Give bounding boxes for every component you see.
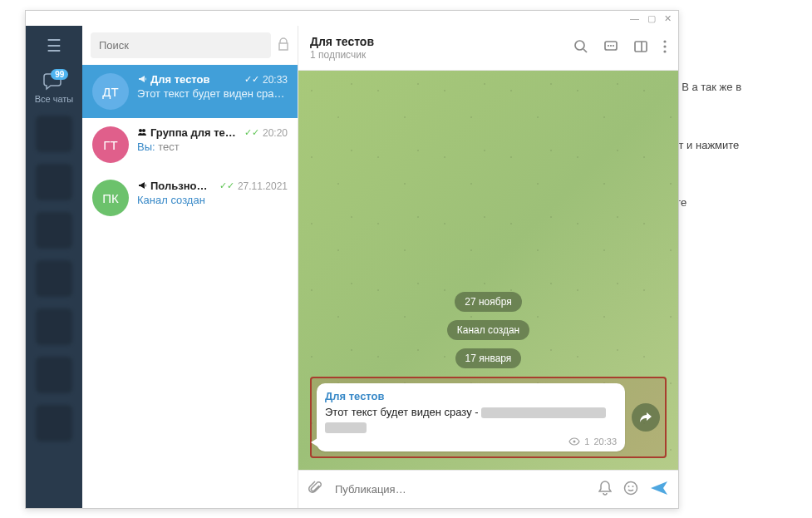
conversation-panel: Для тестов 1 подписчик 27 ноября Канал с… [298,26,678,508]
message-views: 1 [584,437,589,446]
emoji-icon[interactable] [623,481,638,499]
svg-point-1 [142,129,145,132]
window-titlebar: — ▢ ✕ [26,11,678,26]
attach-icon[interactable] [308,481,323,499]
redacted-text [481,407,606,418]
message-sender[interactable]: Для тестов [325,390,617,402]
composer-input[interactable] [335,483,587,496]
read-check-icon: ✓✓ [244,74,259,85]
date-pill: 27 ноября [455,292,521,312]
chat-list-item[interactable]: ГТГруппа для те…✓✓20:20Вы: тест [82,118,298,171]
chat-list-panel: ДТДля тестов✓✓20:33Этот текст будет виде… [82,26,298,508]
chat-name: Пользно… [150,180,216,192]
avatar: ПК [92,180,129,216]
folder-item-blurred[interactable] [36,405,72,442]
chat-preview: Канал создан [137,194,288,206]
views-icon [568,437,580,446]
folder-sidebar: ☰ 99 Все чаты [26,26,82,508]
highlighted-message-box: Для тестов Этот текст будет виден сразу … [310,377,667,458]
chat-preview: Вы: тест [137,141,288,153]
send-button[interactable] [650,481,668,499]
close-button[interactable]: ✕ [664,13,672,24]
svg-point-0 [139,129,142,132]
chat-time: 20:20 [263,127,288,139]
svg-point-13 [573,441,576,443]
chat-name: Группа для те… [150,126,241,139]
chat-title[interactable]: Для тестов [310,35,573,48]
comments-icon[interactable] [603,39,618,57]
notification-icon[interactable] [598,481,612,499]
message-text: Этот текст будет виден сразу - [325,405,617,435]
folder-item-blurred[interactable] [36,260,72,297]
read-check-icon: ✓✓ [244,127,259,138]
svg-point-11 [663,45,666,47]
message-composer [298,470,678,508]
avatar: ГТ [92,126,129,163]
more-icon[interactable] [663,39,667,57]
avatar: ДТ [92,73,129,110]
read-check-icon: ✓✓ [219,180,234,191]
svg-point-15 [628,486,630,487]
chat-preview: Этот текст будет виден сраз… [137,87,288,100]
folder-item-blurred[interactable] [36,164,72,200]
chat-time: 27.11.2021 [238,180,288,192]
svg-point-2 [575,41,584,50]
chat-header: Для тестов 1 подписчик [298,26,678,71]
megaphone-icon [137,74,147,86]
search-icon[interactable] [573,39,588,57]
chat-time: 20:33 [263,74,288,86]
all-chats-label: Все чаты [35,94,74,104]
lock-icon[interactable] [278,37,289,53]
message-area[interactable]: 27 ноября Канал создан 17 января Для тес… [298,71,678,470]
unread-badge: 99 [51,69,68,80]
svg-point-10 [663,40,666,42]
folder-item-blurred[interactable] [36,308,72,345]
svg-point-16 [632,486,634,487]
megaphone-icon [137,180,147,192]
search-input[interactable] [91,32,271,58]
maximize-button[interactable]: ▢ [647,13,656,24]
folder-item-blurred[interactable] [36,357,72,393]
folder-item-blurred[interactable] [36,212,72,249]
date-pill: 17 января [455,348,522,368]
message-time: 20:33 [593,437,617,446]
svg-point-14 [625,481,637,494]
menu-icon[interactable]: ☰ [47,36,62,56]
chat-list-item[interactable]: ПКПользно…✓✓27.11.2021Канал создан [82,171,298,224]
redacted-text [325,422,367,433]
group-icon [137,127,147,139]
minimize-button[interactable]: — [630,13,639,23]
sidepanel-icon[interactable] [633,39,648,57]
message-bubble[interactable]: Для тестов Этот текст будет виден сразу … [317,383,625,451]
chat-name: Для тестов [150,73,241,86]
svg-point-12 [663,50,666,52]
forward-button[interactable] [632,403,660,432]
all-chats-folder[interactable]: 99 Все чаты [35,72,74,104]
chat-subtitle: 1 подписчик [310,49,573,61]
folder-item-blurred[interactable] [36,116,72,152]
chat-list-item[interactable]: ДТДля тестов✓✓20:33Этот текст будет виде… [82,65,298,118]
service-pill: Канал создан [447,320,530,340]
svg-rect-8 [635,42,647,52]
svg-line-3 [583,49,587,52]
telegram-window: — ▢ ✕ ☰ 99 Все чаты [25,10,679,509]
